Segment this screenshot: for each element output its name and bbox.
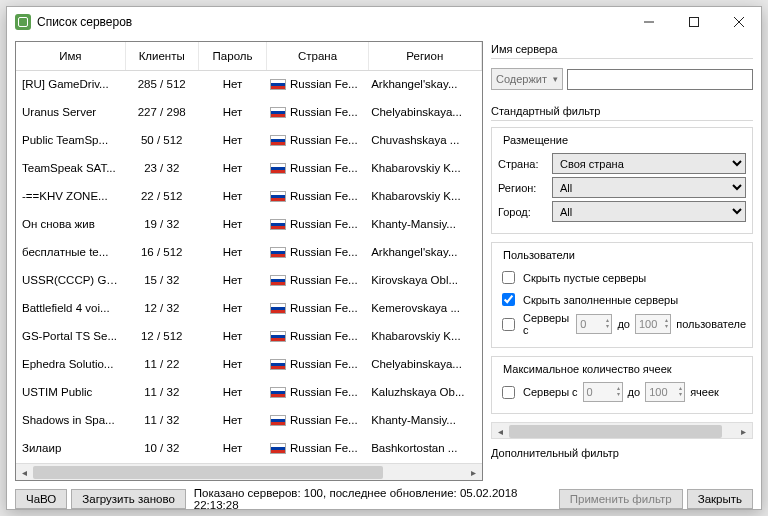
app-icon xyxy=(15,14,31,30)
titlebar[interactable]: Список серверов xyxy=(7,7,761,37)
cell-clients: 11 / 32 xyxy=(125,378,198,406)
minimize-button[interactable] xyxy=(626,7,671,37)
cell-clients: 10 / 32 xyxy=(125,434,198,462)
flag-ru-icon xyxy=(270,275,286,286)
flag-ru-icon xyxy=(270,387,286,398)
users-min-spin[interactable]: 0 xyxy=(576,314,612,334)
users-range-checkbox[interactable] xyxy=(502,318,515,331)
cell-password: Нет xyxy=(198,350,267,378)
slots-min-spin[interactable]: 0 xyxy=(583,382,623,402)
cell-name: GS-Portal TS Se... xyxy=(16,322,125,350)
city-select[interactable]: All xyxy=(552,201,746,222)
cell-password: Нет xyxy=(198,434,267,462)
cell-name: Shadows in Spa... xyxy=(16,406,125,434)
table-row[interactable]: Battlefield 4 voi...12 / 32НетRussian Fe… xyxy=(16,294,482,322)
table-row[interactable]: -==KHV ZONE...22 / 512НетRussian Fe...Kh… xyxy=(16,182,482,210)
table-row[interactable]: Он снова жив19 / 32НетRussian Fe...Khant… xyxy=(16,210,482,238)
slots-range-checkbox[interactable] xyxy=(502,386,515,399)
maximize-button[interactable] xyxy=(671,7,716,37)
cell-password: Нет xyxy=(198,322,267,350)
cell-region: Khanty-Mansiy... xyxy=(368,406,481,434)
cell-clients: 12 / 32 xyxy=(125,294,198,322)
table-row[interactable]: бесплатные te...16 / 512НетRussian Fe...… xyxy=(16,238,482,266)
scroll-thumb[interactable] xyxy=(509,425,722,438)
col-password[interactable]: Пароль xyxy=(198,42,267,70)
cell-country: Russian Fe... xyxy=(267,266,368,294)
status-text: Показано серверов: 100, последнее обновл… xyxy=(190,487,555,511)
users-group: Пользователи Скрыть пустые серверы Скрыт… xyxy=(491,242,753,348)
flag-ru-icon xyxy=(270,359,286,370)
table-hscrollbar[interactable]: ◂ ▸ xyxy=(16,463,482,480)
server-name-input[interactable] xyxy=(567,69,753,90)
col-clients[interactable]: Клиенты xyxy=(125,42,198,70)
cell-region: Khabarovskiy K... xyxy=(368,182,481,210)
scroll-left-icon[interactable]: ◂ xyxy=(492,423,509,440)
col-country[interactable]: Страна xyxy=(267,42,368,70)
cell-name: USTIM Public xyxy=(16,378,125,406)
cell-clients: 16 / 512 xyxy=(125,238,198,266)
cell-name: Battlefield 4 voi... xyxy=(16,294,125,322)
filter-panel: Имя сервера Содержит Стандартный фильтр … xyxy=(491,41,753,481)
table-row[interactable]: Public TeamSp...50 / 512НетRussian Fe...… xyxy=(16,126,482,154)
table-header-row[interactable]: Имя Клиенты Пароль Страна Регион xyxy=(16,42,482,70)
hide-empty-checkbox[interactable] xyxy=(502,271,515,284)
table-row[interactable]: Uranus Server227 / 298НетRussian Fe...Ch… xyxy=(16,98,482,126)
cell-password: Нет xyxy=(198,266,267,294)
cell-country: Russian Fe... xyxy=(267,210,368,238)
region-select[interactable]: All xyxy=(552,177,746,198)
table-row[interactable]: GS-Portal TS Se...12 / 512НетRussian Fe.… xyxy=(16,322,482,350)
cell-region: Khanty-Mansiy... xyxy=(368,210,481,238)
table-row[interactable]: TeamSpeak SAT...23 / 32НетRussian Fe...K… xyxy=(16,154,482,182)
cell-country: Russian Fe... xyxy=(267,98,368,126)
cell-password: Нет xyxy=(198,238,267,266)
col-name[interactable]: Имя xyxy=(16,42,125,70)
flag-ru-icon xyxy=(270,79,286,90)
reload-button[interactable]: Загрузить заново xyxy=(71,489,186,509)
cell-password: Нет xyxy=(198,294,267,322)
country-select[interactable]: Своя страна xyxy=(552,153,746,174)
cell-password: Нет xyxy=(198,378,267,406)
cell-password: Нет xyxy=(198,98,267,126)
filter-hscrollbar[interactable]: ◂ ▸ xyxy=(491,422,753,439)
faq-button[interactable]: ЧаВО xyxy=(15,489,67,509)
cell-password: Нет xyxy=(198,210,267,238)
users-max-spin[interactable]: 100 xyxy=(635,314,671,334)
scroll-thumb[interactable] xyxy=(33,466,383,479)
cell-region: Arkhangel'skay... xyxy=(368,238,481,266)
scroll-right-icon[interactable]: ▸ xyxy=(465,464,482,481)
close-dialog-button[interactable]: Закрыть xyxy=(687,489,753,509)
match-mode-select[interactable]: Содержит xyxy=(491,68,563,90)
cell-clients: 227 / 298 xyxy=(125,98,198,126)
cell-name: Uranus Server xyxy=(16,98,125,126)
cell-clients: 11 / 32 xyxy=(125,406,198,434)
cell-country: Russian Fe... xyxy=(267,434,368,462)
cell-region: Chelyabinskaya... xyxy=(368,350,481,378)
table-row[interactable]: Зилаир10 / 32НетRussian Fe...Bashkortost… xyxy=(16,434,482,462)
table-row[interactable]: USSR(CCCP) Ga...15 / 32НетRussian Fe...K… xyxy=(16,266,482,294)
table-row[interactable]: Ephedra Solutio...11 / 22НетRussian Fe..… xyxy=(16,350,482,378)
cell-clients: 19 / 32 xyxy=(125,210,198,238)
additional-filter-label: Дополнительный фильтр xyxy=(491,445,753,462)
col-region[interactable]: Регион xyxy=(368,42,481,70)
cell-region: Arkhangel'skay... xyxy=(368,70,481,98)
flag-ru-icon xyxy=(270,163,286,174)
hide-full-checkbox[interactable] xyxy=(502,293,515,306)
close-button[interactable] xyxy=(716,7,761,37)
cell-country: Russian Fe... xyxy=(267,406,368,434)
table-row[interactable]: Shadows in Spa...11 / 32НетRussian Fe...… xyxy=(16,406,482,434)
apply-filter-button[interactable]: Применить фильтр xyxy=(559,489,683,509)
cell-name: [RU] GameDriv... xyxy=(16,70,125,98)
scroll-left-icon[interactable]: ◂ xyxy=(16,464,33,481)
table-row[interactable]: [RU] GameDriv...285 / 512НетRussian Fe..… xyxy=(16,70,482,98)
server-table[interactable]: Имя Клиенты Пароль Страна Регион [RU] Ga… xyxy=(16,42,482,463)
server-list-window: Список серверов Имя Клиенты Пароль Стран… xyxy=(6,6,762,510)
flag-ru-icon xyxy=(270,107,286,118)
scroll-right-icon[interactable]: ▸ xyxy=(735,423,752,440)
cell-clients: 12 / 512 xyxy=(125,322,198,350)
slots-max-spin[interactable]: 100 xyxy=(645,382,685,402)
cell-name: USSR(CCCP) Ga... xyxy=(16,266,125,294)
cell-name: Ephedra Solutio... xyxy=(16,350,125,378)
table-row[interactable]: USTIM Public11 / 32НетRussian Fe...Kaluz… xyxy=(16,378,482,406)
flag-ru-icon xyxy=(270,191,286,202)
cell-clients: 23 / 32 xyxy=(125,154,198,182)
